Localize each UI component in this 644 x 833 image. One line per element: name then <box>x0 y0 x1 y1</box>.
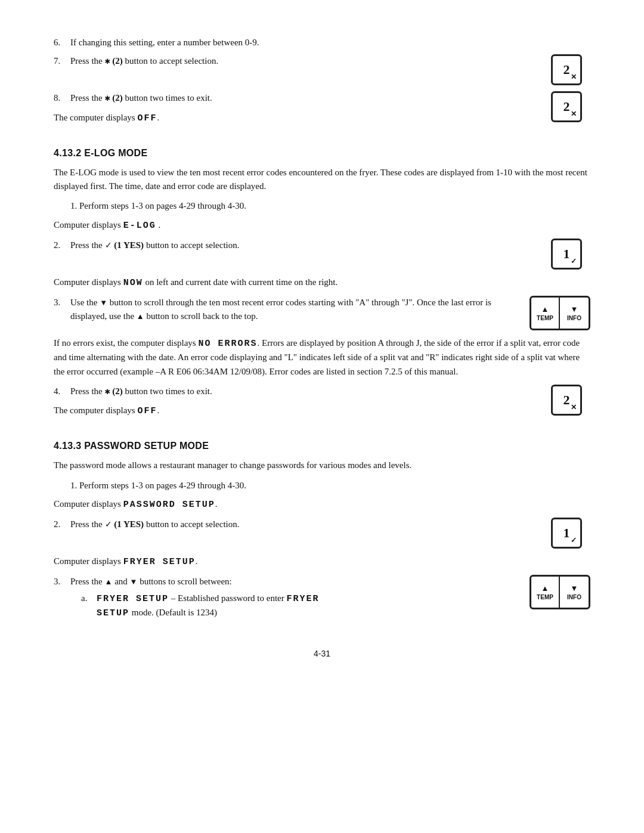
password-step3-up-arrow: ▲ <box>105 577 113 586</box>
button-2-elog-exit: 2 ✕ <box>551 385 582 416</box>
page: 6. If changing this setting, enter a num… <box>0 0 644 833</box>
elog-step2-text: 2. Press the ✓ (1 YES) button to accept … <box>54 239 531 257</box>
password-fryer-line: Computer displays FRYER SETUP. <box>54 555 590 569</box>
temp-info-buttons: ▲ TEMP ▼ INFO <box>530 296 590 330</box>
step-8-text: 8. Press the ✱ (2) button two times to e… <box>54 91 531 131</box>
step-8-num: 8. <box>54 91 70 106</box>
password-step2-bold: (1 YES) <box>114 519 144 529</box>
page-number: 4-31 <box>314 649 330 658</box>
step-7-bold: (2) <box>112 56 123 66</box>
btn-1-elog-num: 1 <box>564 247 570 261</box>
step-8-content: Press the ✱ (2) button two times to exit… <box>70 91 531 106</box>
elog-step1: 1. Perform steps 1-3 on pages 4-29 throu… <box>54 199 590 213</box>
sub-a-fryer-code2: FRYER <box>287 594 320 604</box>
elog-step1-content: 1. Perform steps 1-3 on pages 4-29 throu… <box>70 199 590 213</box>
elog-now-code: NOW <box>123 278 143 288</box>
elog-btn1-container: 1 ✓ <box>543 239 590 270</box>
info-label: INFO <box>567 315 581 321</box>
password-step3-down-arrow: ▼ <box>130 577 138 586</box>
sub-a-dash: – <box>171 593 178 603</box>
btn-2-num: 2 <box>564 63 570 76</box>
password-fryer-code: FRYER SETUP <box>123 557 196 567</box>
sub-a-mode-text: mode. (Default is 1234) <box>129 608 217 617</box>
password-sub-a: a. FRYER SETUP – Established password to… <box>81 592 518 621</box>
elog-step1-num <box>54 199 70 213</box>
password-btn1-container: 1 ✓ <box>543 518 590 549</box>
password-computer-display-line: Computer displays PASSWORD SETUP. <box>54 497 590 512</box>
button-2-exit: 2 ✕ <box>551 91 582 122</box>
elog-para1: The E-LOG mode is used to view the ten m… <box>54 166 590 194</box>
btn-2-elog-exit-symbol: ✕ <box>571 403 577 411</box>
elog-step3-up-arrow: ▲ <box>137 312 144 321</box>
elog-code: E-LOG <box>123 221 156 231</box>
step-8-star: ✱ <box>105 94 110 104</box>
password-step3-text: 3. Press the ▲ and ▼ buttons to scroll b… <box>54 575 518 625</box>
elog-computer-pre: Computer displays <box>54 220 121 230</box>
password-step1-num <box>54 479 70 493</box>
password-step2: 2. Press the ✓ (1 YES) button to accept … <box>54 518 531 531</box>
elog-now-line: Computer displays NOW on left and curren… <box>54 275 590 290</box>
step-7-row: 7. Press the ✱ (2) button to accept sele… <box>54 54 590 85</box>
password-step2-num: 2. <box>54 518 70 531</box>
password-temp-up-arrow: ▲ <box>541 584 549 593</box>
step-8-row: 8. Press the ✱ (2) button two times to e… <box>54 91 590 131</box>
password-step2-check: ✓ <box>105 520 112 529</box>
btn-1-password-symbol: ✓ <box>571 536 577 544</box>
password-step2-row: 2. Press the ✓ (1 YES) button to accept … <box>54 518 590 549</box>
page-footer: 4-31 <box>54 649 590 658</box>
password-temp-button: ▲ TEMP <box>531 577 560 608</box>
info-button: ▼ INFO <box>560 298 589 329</box>
elog-step3-row: 3. Use the ▼ button to scroll through th… <box>54 296 590 330</box>
elog-step4-row: 4. Press the ✱ (2) button two times to e… <box>54 385 590 425</box>
step-8-button: 2 ✕ <box>543 91 590 122</box>
password-info-down-arrow: ▼ <box>571 584 578 593</box>
elog-step3-content: Use the ▼ button to scroll through the t… <box>70 296 518 324</box>
step-7: 7. Press the ✱ (2) button to accept sele… <box>54 54 531 69</box>
section-password-heading: 4.13.3 PASSWORD SETUP MODE <box>54 441 590 451</box>
sub-a-setup-display: SETUP <box>97 608 129 618</box>
password-fryer-pre: Computer displays <box>54 556 121 566</box>
password-step2-content: Press the ✓ (1 YES) button to accept sel… <box>70 518 531 531</box>
password-step1: 1. Perform steps 1-3 on pages 4-29 throu… <box>54 479 590 493</box>
step-6-num: 6. <box>54 36 70 49</box>
section-elog-heading: 4.13.2 E-LOG MODE <box>54 148 590 159</box>
password-temp-info-buttons: ▲ TEMP ▼ INFO <box>530 575 590 609</box>
password-para1: The password mode allows a restaurant ma… <box>54 459 590 472</box>
elog-step4-bold: (2) <box>112 386 123 396</box>
sub-a-content: FRYER SETUP – Established password to en… <box>97 592 320 621</box>
password-info-button: ▼ INFO <box>560 577 589 608</box>
elog-errors-pre: If no errors exist, the computer display… <box>54 338 196 348</box>
password-step3-and: and <box>114 577 128 586</box>
password-computer-pre: Computer displays <box>54 499 121 509</box>
button-1-password: 1 ✓ <box>551 518 582 549</box>
elog-off-pre: The computer displays <box>54 405 135 415</box>
step-7-content: Press the ✱ (2) button to accept selecti… <box>70 54 531 69</box>
password-code: PASSWORD SETUP <box>123 500 215 510</box>
password-temp-label: TEMP <box>537 594 553 600</box>
sub-a-label: a. <box>81 592 97 621</box>
elog-errors-code: NO ERRORS <box>198 339 257 349</box>
elog-off-line: The computer displays OFF. <box>54 404 531 418</box>
elog-off-code: OFF <box>137 406 157 416</box>
elog-temp-info-btn: ▲ TEMP ▼ INFO <box>530 296 590 330</box>
info-down-arrow: ▼ <box>571 305 578 314</box>
elog-step2-check: ✓ <box>105 241 112 250</box>
elog-step4-content: Press the ✱ (2) button two times to exit… <box>70 385 531 399</box>
sub-a-text: Established password to enter <box>178 593 284 603</box>
btn-1-elog-symbol: ✓ <box>571 257 577 265</box>
elog-step4: 4. Press the ✱ (2) button two times to e… <box>54 385 531 399</box>
step-7-text: 7. Press the ✱ (2) button to accept sele… <box>54 54 531 73</box>
off-code-1: OFF <box>137 113 157 123</box>
elog-step3-text: 3. Use the ▼ button to scroll through th… <box>54 296 518 329</box>
password-temp-info-btn: ▲ TEMP ▼ INFO <box>530 575 590 609</box>
elog-computer-display-line: Computer displays E-LOG . <box>54 218 590 233</box>
button-2-accept: 2 ✕ <box>551 54 582 85</box>
password-step1-content: 1. Perform steps 1-3 on pages 4-29 throu… <box>70 479 590 493</box>
sub-a-setup-code: SETUP mode. (Default is 1234) <box>97 608 217 617</box>
btn-2-exit-symbol: ✕ <box>571 110 577 118</box>
temp-up-arrow: ▲ <box>541 305 549 314</box>
elog-now-pre: Computer displays <box>54 277 121 287</box>
computer-off-line-1: The computer displays OFF. <box>54 111 531 125</box>
elog-step2-num: 2. <box>54 239 70 252</box>
elog-step4-num: 4. <box>54 385 70 399</box>
